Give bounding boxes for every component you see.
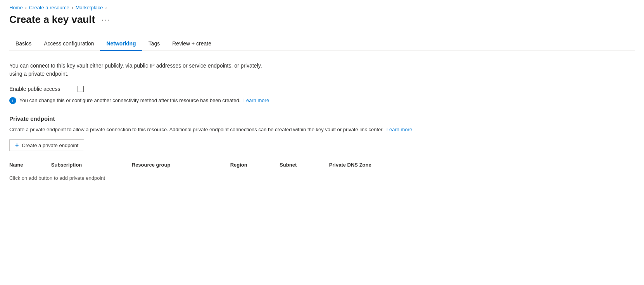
tab-networking[interactable]: Networking <box>100 36 142 50</box>
col-region: Region <box>230 159 280 171</box>
networking-description: You can connect to this key vault either… <box>9 62 273 78</box>
info-text: You can change this or configure another… <box>19 97 269 104</box>
table-header: Name Subscription Resource group Region … <box>9 159 436 171</box>
tab-review-create[interactable]: Review + create <box>166 36 218 50</box>
table-empty-row: Click on add button to add private endpo… <box>9 171 436 185</box>
private-endpoint-section: Private endpoint Create a private endpoi… <box>9 115 436 186</box>
col-name: Name <box>9 159 51 171</box>
tabs-container: Basics Access configuration Networking T… <box>9 36 635 51</box>
breadcrumb-sep-1: › <box>25 5 27 10</box>
col-private-dns-zone: Private DNS Zone <box>329 159 436 171</box>
page-title-row: Create a key vault ··· <box>9 14 635 26</box>
breadcrumb: Home › Create a resource › Marketplace › <box>9 0 635 14</box>
enable-public-access-row: Enable public access <box>9 86 436 92</box>
col-subnet: Subnet <box>280 159 329 171</box>
info-icon: i <box>9 97 16 104</box>
breadcrumb-marketplace[interactable]: Marketplace <box>76 5 103 10</box>
private-endpoint-description: Create a private endpoint to allow a pri… <box>9 126 436 134</box>
breadcrumb-home[interactable]: Home <box>9 5 23 10</box>
private-endpoint-table: Name Subscription Resource group Region … <box>9 159 436 185</box>
enable-public-access-checkbox[interactable] <box>78 86 84 92</box>
ellipsis-button[interactable]: ··· <box>100 14 112 25</box>
plus-icon: + <box>15 142 19 148</box>
learn-more-link[interactable]: Learn more <box>243 97 269 103</box>
table-empty-message: Click on add button to add private endpo… <box>9 171 436 185</box>
private-endpoint-learn-more-link[interactable]: Learn more <box>387 127 412 132</box>
breadcrumb-create-resource[interactable]: Create a resource <box>29 5 69 10</box>
tab-access-configuration[interactable]: Access configuration <box>38 36 100 50</box>
info-row: i You can change this or configure anoth… <box>9 97 436 104</box>
col-resource-group: Resource group <box>132 159 230 171</box>
private-endpoint-title: Private endpoint <box>9 115 436 122</box>
networking-content: You can connect to this key vault either… <box>9 62 436 185</box>
col-subscription: Subscription <box>51 159 132 171</box>
page-title: Create a key vault <box>9 14 95 26</box>
tab-tags[interactable]: Tags <box>142 36 166 50</box>
tab-basics[interactable]: Basics <box>9 36 38 50</box>
enable-public-access-label: Enable public access <box>9 86 71 92</box>
breadcrumb-sep-3: › <box>105 5 107 10</box>
create-private-endpoint-label: Create a private endpoint <box>22 142 78 148</box>
create-private-endpoint-button[interactable]: + Create a private endpoint <box>9 139 84 151</box>
breadcrumb-sep-2: › <box>72 5 73 10</box>
